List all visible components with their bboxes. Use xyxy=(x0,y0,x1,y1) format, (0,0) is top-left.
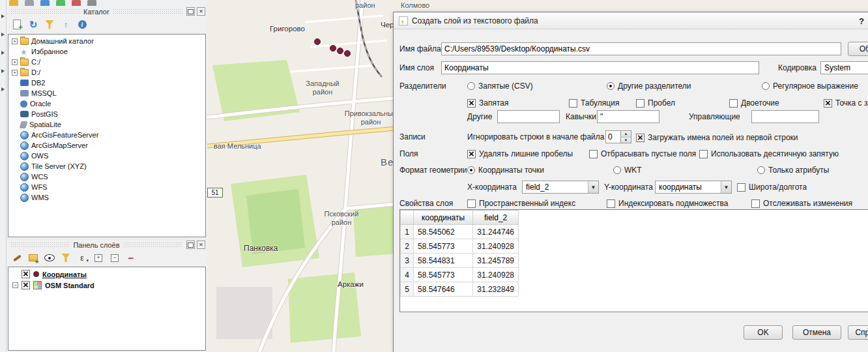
checkbox-subset-index[interactable]: Индексировать подмножества xyxy=(607,198,729,209)
dock-tab-icon[interactable] xyxy=(1,87,5,91)
ows-icon xyxy=(20,152,29,160)
checkbox-discard-empty[interactable]: Отбрасывать пустые поля xyxy=(589,148,696,160)
column-header[interactable]: координаты xyxy=(413,211,472,225)
browser-item-db2[interactable]: +DB2 xyxy=(8,78,205,88)
checkbox-watch-file[interactable]: Отслеживать изменения xyxy=(751,198,852,209)
browser-item-mssql[interactable]: +MSSQL xyxy=(8,88,205,98)
help-button[interactable]: Справка xyxy=(848,325,868,340)
expand-all-icon[interactable] xyxy=(93,252,104,264)
filter-browser-icon[interactable] xyxy=(44,19,55,31)
checkbox-trim-fields[interactable]: Удалять лишние пробелы xyxy=(467,148,573,160)
properties-icon[interactable] xyxy=(76,19,88,31)
dialog-titlebar[interactable]: Создать слой из текстового файла ? xyxy=(394,12,868,29)
table-row[interactable]: 558.54764631.232849 xyxy=(401,282,868,297)
y-coordinate-select[interactable]: координаты ▼ xyxy=(655,181,732,194)
layer-name-input[interactable] xyxy=(441,61,759,74)
expand-icon[interactable]: + xyxy=(12,38,18,44)
browser-item-oracle[interactable]: +Oracle xyxy=(8,98,205,109)
ok-button[interactable]: OK xyxy=(744,325,783,340)
radio-custom-delimiters[interactable]: Другие разделители xyxy=(607,80,691,92)
browser-item-ows[interactable]: +OWS xyxy=(8,151,205,161)
dock-tab-icon[interactable] xyxy=(1,51,5,55)
others-input[interactable] xyxy=(497,110,560,123)
toolbar-icon[interactable] xyxy=(40,0,50,6)
expand-icon[interactable]: + xyxy=(12,59,18,65)
skip-lines-spinner[interactable]: ▲▼ xyxy=(605,130,631,143)
browser-item-favorites[interactable]: +Избранное xyxy=(8,46,205,57)
expression-filter-icon[interactable] xyxy=(76,252,88,264)
collapse-layer-icon[interactable]: − xyxy=(12,282,18,288)
geometry-format-label: Формат геометрии xyxy=(399,164,467,177)
toolbar-icon[interactable] xyxy=(9,0,18,6)
browser-item-drive-c[interactable]: +C:/ xyxy=(8,57,205,67)
browse-button[interactable]: Обзор xyxy=(848,42,868,56)
radio-attributes-only[interactable]: Только атрибуты xyxy=(757,164,829,176)
dock-tab-icon[interactable] xyxy=(1,14,5,18)
expand-icon[interactable]: + xyxy=(12,70,18,76)
checkbox-decimal-comma[interactable]: Использовать десятичную запятую xyxy=(699,148,839,160)
escape-input[interactable] xyxy=(751,110,819,123)
browser-item-tile-server[interactable]: +Tile Server (XYZ) xyxy=(8,161,205,171)
checkbox-semicolon[interactable]: Точка с запятой xyxy=(824,97,868,109)
sample-data-table[interactable]: координаты field_2 158.54506231.244746 2… xyxy=(399,209,868,312)
cancel-button[interactable]: Отмена xyxy=(792,325,841,340)
checkbox-spatial-index[interactable]: Пространственный индекс xyxy=(467,198,575,209)
layer-item-osm-standard[interactable]: − OSM Standard xyxy=(8,280,205,291)
browser-item-wms[interactable]: +WMS xyxy=(8,192,205,203)
quote-input[interactable] xyxy=(597,110,659,123)
toolbar-icon[interactable] xyxy=(25,0,34,6)
spin-down-icon[interactable]: ▼ xyxy=(621,137,631,143)
table-row[interactable]: 458.54577331.240928 xyxy=(401,268,868,282)
browser-item-arcgis-feature[interactable]: +ArcGisFeatureServer xyxy=(8,130,205,140)
add-group-icon[interactable] xyxy=(27,252,39,264)
map-label-district: Псковский район xyxy=(315,210,368,227)
browser-item-home[interactable]: +Домашний каталог xyxy=(8,36,205,46)
radio-point-coordinates[interactable]: Координаты точки xyxy=(467,164,544,176)
spin-up-icon[interactable]: ▲ xyxy=(621,131,631,137)
checkbox-tab[interactable]: Табуляция xyxy=(569,97,619,109)
x-coordinate-select[interactable]: field_2 ▼ xyxy=(522,181,599,194)
collapse-all-layers-icon[interactable] xyxy=(109,252,121,264)
refresh-icon[interactable] xyxy=(27,19,39,31)
browser-item-wcs[interactable]: +WCS xyxy=(8,171,205,182)
map-themes-icon[interactable] xyxy=(44,252,55,264)
checkbox-colon[interactable]: Двоеточие xyxy=(729,97,779,109)
layer-visibility-checkbox[interactable] xyxy=(22,281,30,289)
layers-close-button[interactable] xyxy=(197,241,205,249)
radio-regex[interactable]: Регулярное выражение xyxy=(762,80,858,92)
add-selected-layer-icon[interactable] xyxy=(11,19,23,31)
browser-item-drive-d[interactable]: +D:/ xyxy=(8,67,205,78)
table-row[interactable]: 358.54483131.245789 xyxy=(401,254,868,268)
browser-close-button[interactable] xyxy=(197,7,205,16)
file-name-input[interactable] xyxy=(441,42,841,55)
encoding-select[interactable]: System ▼ xyxy=(820,61,868,74)
radio-csv[interactable]: Запятые (CSV) xyxy=(467,80,533,92)
column-header[interactable]: field_2 xyxy=(473,211,519,225)
checkbox-comma[interactable]: Запятая xyxy=(467,97,508,109)
browser-item-postgis[interactable]: +PostGIS xyxy=(8,109,205,119)
toolbar-icon[interactable] xyxy=(87,0,96,6)
table-row[interactable]: 158.54506231.244746 xyxy=(401,225,868,239)
dock-tab-icon[interactable] xyxy=(1,69,5,73)
layer-visibility-checkbox[interactable] xyxy=(22,270,30,278)
filter-legend-icon[interactable] xyxy=(60,252,72,264)
checkbox-dms-coordinates[interactable]: Широта/долгота xyxy=(737,181,807,193)
layer-styling-icon[interactable] xyxy=(11,252,23,264)
browser-item-spatialite[interactable]: +SpatiaLite xyxy=(8,119,205,130)
browser-item-wfs[interactable]: +WFS xyxy=(8,182,205,192)
table-row[interactable]: 258.54577331.240928 xyxy=(401,239,868,254)
remove-layer-icon[interactable] xyxy=(125,252,137,264)
browser-float-button[interactable] xyxy=(186,7,195,16)
toolbar-icon[interactable] xyxy=(72,0,81,6)
dialog-help-button[interactable]: ? xyxy=(855,14,868,27)
collapse-all-icon[interactable] xyxy=(60,19,72,31)
coordinate-point xyxy=(330,46,336,51)
browser-item-arcgis-map[interactable]: +ArcGisMapServer xyxy=(8,140,205,151)
checkbox-header-from-first-row[interactable]: Загружать имена полей из первой строки xyxy=(636,132,798,143)
layers-float-button[interactable] xyxy=(186,241,195,249)
radio-wkt[interactable]: WKT xyxy=(613,164,642,176)
dock-tab-icon[interactable] xyxy=(1,33,5,37)
toolbar-icon[interactable] xyxy=(56,0,65,6)
checkbox-space[interactable]: Пробел xyxy=(636,97,675,109)
layer-item-koordinaty[interactable]: + Координаты xyxy=(8,269,205,280)
